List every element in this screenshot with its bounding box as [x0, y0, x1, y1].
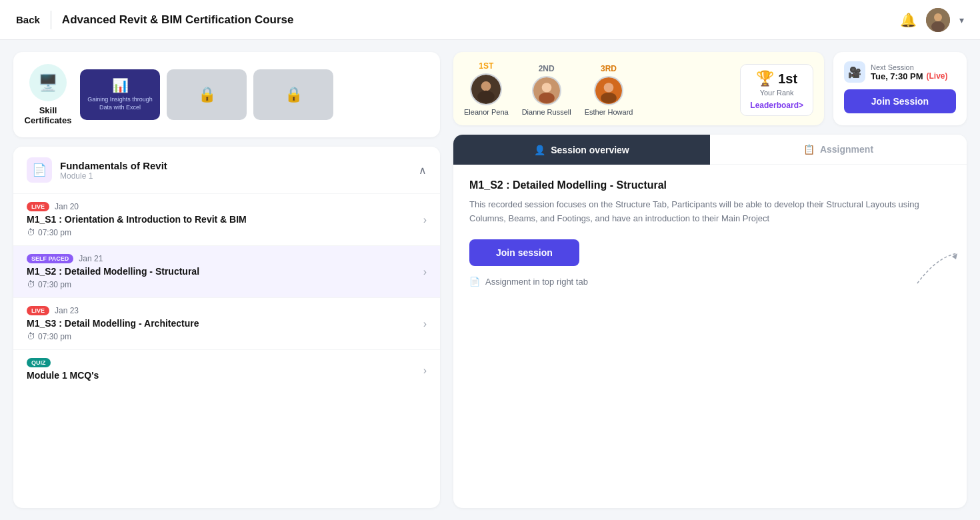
chevron-right-4: ›	[423, 365, 427, 377]
session-overview-desc: This recorded session focuses on the Str…	[469, 198, 951, 226]
session-content-2: SELF PACED Jan 21 M1_S2 : Detailed Model…	[27, 254, 423, 289]
lb-person-2: 2ND Dianne Russell	[522, 64, 571, 116]
badge-live-1: LIVE	[27, 202, 49, 211]
modules-card: 📄 Fundamentals of Revit Module 1 ∧ LIVE …	[13, 147, 440, 508]
next-session-top: 🎥 Next Session Tue, 7:30 PM (Live)	[844, 61, 956, 83]
module-header-left: 📄 Fundamentals of Revit Module 1	[27, 157, 167, 183]
session-row-1[interactable]: LIVE Jan 20 M1_S1 : Orientation & Introd…	[13, 193, 440, 245]
cert-active-icon: 📊	[112, 77, 129, 93]
module-info: Fundamentals of Revit Module 1	[60, 160, 167, 181]
lb-rank-3: 3RD	[601, 64, 617, 73]
session-row-3[interactable]: LIVE Jan 23 M1_S3 : Detail Modelling - A…	[13, 297, 440, 349]
session-time-3: ⏱ 07:30 pm	[27, 331, 423, 341]
svg-point-8	[539, 93, 555, 103]
module-icon: 📄	[27, 157, 52, 183]
hint-doc-icon: 📄	[469, 277, 480, 287]
session-row-4[interactable]: QUIZ Module 1 MCQ's ›	[13, 349, 440, 391]
lock-icon-1: 🔒	[198, 86, 216, 103]
assignment-hint: 📄 Assignment in top right tab	[469, 277, 951, 287]
cert-cards: 📊 Gaining Insights through Data with Exc…	[80, 69, 429, 120]
module-header: 📄 Fundamentals of Revit Module 1 ∧	[13, 147, 440, 193]
join-session-button[interactable]: Join Session	[844, 89, 956, 113]
chevron-right-1: ›	[423, 214, 427, 226]
header-divider	[51, 11, 51, 29]
leaderboard-card: 1ST Eleanor Pena 2ND Dian	[453, 52, 824, 125]
your-rank-num: 1st	[778, 71, 797, 87]
tab-session-overview[interactable]: 👤 Session overview	[453, 135, 710, 165]
session-badge-row-3: LIVE Jan 23	[27, 306, 423, 315]
session-title-2: M1_S2 : Detailed Modelling - Structural	[27, 266, 423, 277]
svg-point-7	[541, 83, 551, 93]
session-time-1: ⏱ 07:30 pm	[27, 227, 423, 237]
monitor-icon: 🖥️	[38, 73, 58, 92]
hint-text: Assignment in top right tab	[485, 277, 588, 287]
svg-point-4	[481, 81, 491, 91]
lb-avatar-2	[532, 76, 561, 105]
next-session-label: Next Session	[871, 63, 948, 71]
video-icon: 🎥	[844, 61, 865, 83]
lb-name-3: Esther Howard	[585, 108, 633, 116]
session-content-4: QUIZ Module 1 MCQ's	[27, 358, 423, 383]
chevron-right-2: ›	[423, 266, 427, 278]
tab-assignment[interactable]: 📋 Assignment	[710, 135, 967, 165]
person-icon: 👤	[534, 145, 545, 155]
clock-icon-2: ⏱	[27, 279, 35, 289]
lb-person-1: 1ST Eleanor Pena	[464, 61, 509, 116]
leaderboard-persons: 1ST Eleanor Pena 2ND Dian	[464, 61, 731, 116]
session-date-1: Jan 20	[55, 202, 79, 211]
badge-quiz-4: QUIZ	[27, 358, 51, 367]
trophy-icon: 🏆	[756, 70, 774, 87]
cert-card-active[interactable]: 📊 Gaining Insights through Data with Exc…	[80, 69, 160, 120]
lock-icon-2: 🔒	[285, 86, 303, 103]
next-session-card: 🎥 Next Session Tue, 7:30 PM (Live) Join …	[833, 52, 967, 125]
session-title-3: M1_S3 : Detail Modelling - Architecture	[27, 318, 423, 329]
session-overview-card: 👤 Session overview 📋 Assignment M1_S2 : …	[453, 135, 967, 508]
lb-rank-1: 1ST	[479, 61, 493, 71]
session-overview-body: M1_S2 : Detailed Modelling - Structural …	[453, 165, 967, 301]
app-header: Back Advanced Revit & BIM Certification …	[0, 0, 980, 40]
bell-icon[interactable]: 🔔	[900, 12, 917, 28]
svg-point-10	[604, 83, 614, 93]
next-session-live: (Live)	[927, 71, 948, 81]
session-tabs: 👤 Session overview 📋 Assignment	[453, 135, 967, 165]
session-badge-row-4: QUIZ	[27, 358, 423, 367]
join-session-overview-button[interactable]: Join session	[469, 239, 579, 266]
right-panel: 1ST Eleanor Pena 2ND Dian	[453, 52, 967, 508]
svg-point-11	[601, 93, 617, 103]
chevron-down-icon[interactable]: ▾	[959, 15, 964, 25]
session-time-2: ⏱ 07:30 pm	[27, 279, 423, 289]
clock-icon-1: ⏱	[27, 227, 35, 237]
main-content: 🖥️ Skill Certificates 📊 Gaining Insights…	[0, 40, 980, 520]
module-subtitle: Module 1	[60, 171, 167, 181]
session-date-3: Jan 23	[55, 306, 79, 315]
skill-certificates-card: 🖥️ Skill Certificates 📊 Gaining Insights…	[13, 52, 440, 137]
lb-person-3: 3RD Esther Howard	[585, 64, 633, 116]
header-right: 🔔 ▾	[900, 8, 964, 32]
leaderboard-link[interactable]: Leaderboard>	[750, 101, 803, 110]
svg-point-2	[931, 21, 945, 32]
svg-point-1	[934, 13, 942, 21]
chevron-right-3: ›	[423, 318, 427, 330]
session-row-2[interactable]: SELF PACED Jan 21 M1_S2 : Detailed Model…	[13, 245, 440, 297]
cert-card-locked-2: 🔒	[253, 69, 333, 120]
cert-card-locked-1: 🔒	[167, 69, 247, 120]
tab-session-overview-label: Session overview	[551, 145, 629, 155]
your-rank-badge: 🏆 1st Your Rank Leaderboard>	[740, 64, 813, 116]
lb-name-1: Eleanor Pena	[464, 108, 509, 116]
badge-self-2: SELF PACED	[27, 254, 73, 263]
cert-active-text: Gaining Insights through Data with Excel	[80, 96, 160, 111]
session-title-4: Module 1 MCQ's	[27, 370, 423, 381]
module-title: Fundamentals of Revit	[60, 160, 167, 171]
collapse-icon[interactable]: ∧	[419, 164, 427, 177]
lb-rank-2: 2ND	[539, 64, 555, 73]
back-button[interactable]: Back	[16, 14, 40, 25]
svg-point-5	[477, 91, 495, 103]
lb-name-2: Dianne Russell	[522, 108, 571, 116]
session-badge-row-2: SELF PACED Jan 21	[27, 254, 423, 263]
top-row: 1ST Eleanor Pena 2ND Dian	[453, 52, 967, 125]
avatar[interactable]	[926, 8, 950, 32]
skill-label: Skill Certificates	[24, 105, 72, 125]
next-session-time: Tue, 7:30 PM	[871, 71, 923, 81]
clock-icon-3: ⏱	[27, 331, 35, 341]
session-title-1: M1_S1 : Orientation & Introduction to Re…	[27, 214, 423, 225]
